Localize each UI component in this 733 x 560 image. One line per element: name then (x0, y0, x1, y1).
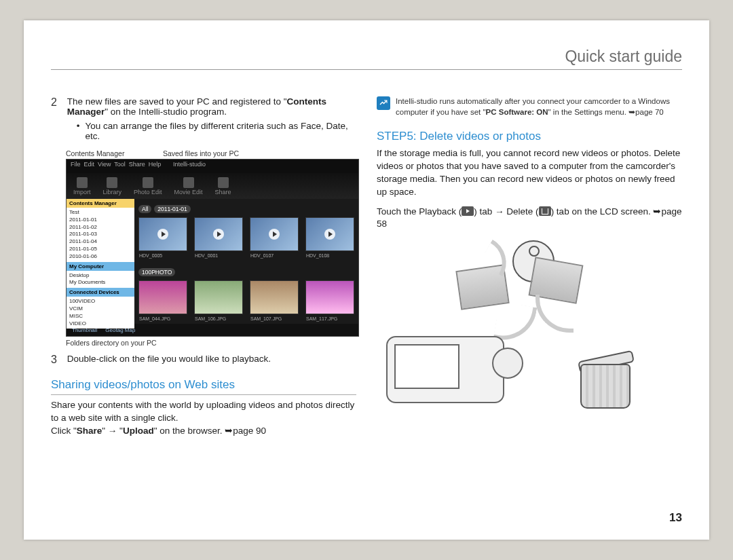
thumb-photo-3: SAM_117.JPG (305, 280, 354, 314)
thumb-video-3: HDV_0108 (305, 217, 354, 251)
tree-date2: 2011-01-03 (69, 231, 132, 238)
caption-folders: Folders directory on your PC (66, 339, 356, 347)
foot-thumb: Thumbnail (72, 327, 97, 333)
thumb-photo-2: SAM_107.JPG (250, 280, 299, 314)
note-text: Intelli-studio runs automatically after … (396, 96, 682, 117)
share-icon (218, 177, 229, 188)
left-column: 2 The new files are saved to your PC and… (51, 96, 356, 519)
photo-row: SAM_044.JPG SAM_106.JPG SAM_107.JPG SAM_… (138, 280, 354, 314)
manual-page: Quick start guide 2 The new files are sa… (24, 20, 709, 540)
step-2-text-pre: The new files are saved to your PC and r… (67, 96, 287, 107)
tree-date3: 2011-01-04 (69, 238, 132, 246)
camcorder-screen-icon (394, 344, 459, 389)
step5-touch: Touch the Playback () tab → Delete () ta… (377, 206, 682, 231)
menu-share: Share (129, 161, 145, 168)
tree-dev1: VCIM (69, 305, 132, 313)
tree-mydocs: My Documents (69, 279, 132, 286)
library-icon (107, 177, 117, 188)
step-number-3: 3 (51, 354, 64, 366)
delete-illustration (377, 240, 641, 409)
tree-contents: Test 2011-01-01 2011-01-02 2011-01-03 20… (67, 208, 134, 262)
caption-contents-manager: Contents Manager (66, 149, 161, 157)
step-2-bullet: You can arrange the files by different c… (77, 121, 356, 141)
toolbar-share: Share (215, 177, 231, 195)
trash-can-icon (580, 349, 633, 409)
flow-arrow-icon-3 (535, 295, 574, 333)
sharing-p1: Share your contents with the world by up… (51, 400, 354, 423)
toolbar-import: Import (73, 177, 91, 195)
sharing-arrow: " → " (102, 426, 123, 436)
tree-dev0: 100VIDEO (69, 298, 132, 305)
step-number-2: 2 (51, 96, 64, 109)
sharing-click: Click " (51, 426, 77, 436)
note-box: Intelli-studio runs automatically after … (377, 96, 682, 117)
sharing-share: Share (77, 426, 102, 436)
caption-saved-files: Saved files into your PC (163, 149, 239, 157)
toolbar-photo-edit: Photo Edit (134, 177, 162, 195)
toolbar-library: Library (103, 177, 122, 195)
touch-pre: Touch the Playback ( (377, 206, 462, 217)
menu-edit: Edit (84, 161, 95, 168)
step-3-text: Double-click on the file you would like … (67, 354, 356, 364)
heading-step5: STEP5: Delete videos or photos (377, 130, 682, 143)
note-post: " in the Settings menu. ➥page 70 (548, 108, 664, 116)
app-menubar: File Edit View Tool Share Help Intelli-s… (67, 160, 358, 173)
page-number: 13 (669, 511, 682, 525)
menu-file: File (71, 161, 81, 168)
header-rule (51, 69, 682, 70)
tree-date0: 2011-01-01 (69, 217, 132, 224)
thumb-video-1: HDV_0001 (194, 217, 243, 251)
app-main: Contents Manager Test 2011-01-01 2011-01… (67, 199, 358, 324)
tree-date4: 2011-01-05 (69, 246, 132, 253)
note-bold: PC Software: ON (486, 108, 548, 116)
thumb-photo-1: SAM_106.JPG (194, 280, 243, 314)
video-row: HDV_0005 HDV_0001 HDV_0107 HDV_0108 (138, 217, 354, 251)
note-icon (377, 96, 390, 110)
playback-tab-icon (462, 206, 474, 216)
page-title: Quick start guide (565, 48, 682, 66)
step-2: 2 The new files are saved to your PC and… (51, 96, 356, 141)
tree-pc: Desktop My Documents (67, 271, 134, 288)
content-columns: 2 The new files are saved to your PC and… (51, 96, 682, 519)
tree-date1: 2011-01-02 (69, 224, 132, 231)
heading-sharing: Sharing videos/photos on Web sites (51, 378, 356, 395)
app-toolbar: Import Library Photo Edit Movie Edit Sha… (67, 173, 358, 199)
app-gallery: All 2011-01-01 HDV_0005 HDV_0001 HDV_010… (134, 199, 358, 324)
step-2-body: The new files are saved to your PC and r… (67, 96, 356, 141)
crumb-all: All (138, 205, 151, 213)
app-title: Intelli-studio (173, 161, 206, 168)
tree-desktop: Desktop (69, 272, 132, 280)
right-column: Intelli-studio runs automatically after … (377, 96, 682, 519)
menu-help: Help (149, 161, 162, 168)
step5-p1: If the storage media is full, you cannot… (377, 147, 682, 199)
sharing-upload: Upload (123, 426, 154, 436)
tree-date5: 2010-01-06 (69, 253, 132, 261)
delete-tab-icon (539, 206, 551, 216)
thumb-video-2: HDV_0107 (250, 217, 299, 251)
panel-devices: Connected Devices (67, 288, 134, 297)
step-3: 3 Double-click on the file you would lik… (51, 354, 356, 366)
touch-mid: ) tab → Delete ( (474, 206, 538, 217)
tree-dev: 100VIDEO VCIM MISC VIDEO (67, 297, 134, 329)
tree-dev2: MISC (69, 313, 132, 320)
sharing-after: " on the browser. ➥page 90 (154, 426, 266, 436)
camcorder-icon (386, 336, 504, 403)
crumb-date: 2011-01-01 (154, 205, 190, 213)
toolbar-movie-edit: Movie Edit (174, 177, 203, 195)
step-2-text-mid: " on the Intelli-studio program. (105, 107, 227, 117)
intelli-studio-screenshot: File Edit View Tool Share Help Intelli-s… (66, 159, 359, 337)
panel-contents: Contents Manager (67, 199, 134, 208)
movie-edit-icon (183, 177, 194, 188)
menu-view: View (98, 161, 111, 168)
trash-body-icon (580, 364, 631, 409)
foot-geo: Geotag Map (105, 327, 135, 333)
thumb-video-0: HDV_0005 (138, 217, 187, 251)
screenshot-top-captions: Contents Manager Saved files into your P… (66, 149, 356, 157)
menu-tool: Tool (114, 161, 126, 168)
thumb-photo-0: SAM_044.JPG (138, 280, 187, 314)
sharing-para: Share your contents with the world by up… (51, 399, 356, 438)
photo-edit-icon (143, 177, 153, 188)
import-icon (77, 177, 88, 188)
album-name: 100PHOTO (138, 268, 175, 276)
app-sidebar: Contents Manager Test 2011-01-01 2011-01… (67, 199, 134, 324)
